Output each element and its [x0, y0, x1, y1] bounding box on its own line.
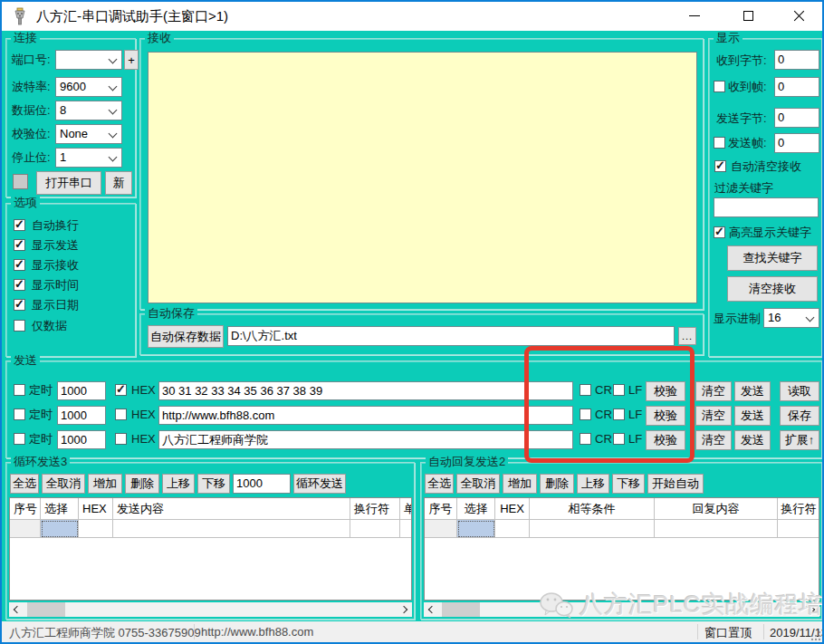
open-port-button[interactable]: 打开串口: [36, 171, 101, 195]
reply-select-all-button[interactable]: 全选: [425, 474, 454, 494]
send-button-2[interactable]: 发送: [734, 406, 771, 426]
baud-select[interactable]: 9600: [55, 77, 122, 97]
row-header-cell[interactable]: [425, 520, 457, 538]
timer-checkbox-1[interactable]: [14, 384, 25, 396]
send-button-3[interactable]: 发送: [734, 430, 771, 450]
column-header-hex[interactable]: HEX: [79, 498, 113, 520]
scroll-right-arrow-icon[interactable]: [398, 602, 412, 617]
single-cell[interactable]: [400, 520, 412, 538]
loop-move-up-button[interactable]: 上移: [162, 474, 195, 494]
autowrap-checkbox[interactable]: [14, 219, 25, 231]
clear-button-3[interactable]: 清空: [695, 430, 732, 450]
column-header-condition[interactable]: 相等条件: [530, 498, 655, 520]
column-header-select[interactable]: 选择: [41, 498, 79, 520]
close-button[interactable]: [772, 2, 824, 30]
content-cell[interactable]: [113, 520, 350, 538]
send-content-input-2[interactable]: http://www.bfh88.com: [158, 406, 573, 425]
selected-cell[interactable]: [41, 520, 79, 538]
scrollbar-thumb[interactable]: [27, 602, 65, 617]
stopbits-select[interactable]: 1: [55, 148, 122, 168]
column-header-reply[interactable]: 回复内容: [655, 498, 778, 520]
show-send-checkbox[interactable]: [14, 239, 25, 251]
loop-delete-button[interactable]: 删除: [125, 474, 159, 494]
send-button-1[interactable]: 发送: [734, 381, 771, 401]
autosave-path-input[interactable]: D:\八方汇.txt: [227, 326, 675, 346]
reply-move-up-button[interactable]: 上移: [577, 474, 609, 494]
reply-deselect-all-button[interactable]: 全取消: [456, 474, 500, 494]
port-select[interactable]: [55, 50, 122, 70]
loop-interval-input[interactable]: 1000: [233, 474, 291, 494]
interval-input-2[interactable]: 1000: [57, 406, 106, 425]
clear-button-2[interactable]: 清空: [695, 406, 732, 426]
radix-select[interactable]: 16: [763, 308, 819, 328]
linebreak-cell[interactable]: [350, 520, 400, 538]
clear-button-1[interactable]: 清空: [695, 381, 732, 401]
loop-add-button[interactable]: 增加: [88, 474, 122, 494]
chevron-down-icon: [109, 153, 118, 162]
hex-checkbox-2[interactable]: [115, 409, 127, 420]
databits-select[interactable]: 8: [55, 101, 122, 120]
loop-deselect-all-button[interactable]: 全取消: [42, 474, 85, 494]
scroll-left-arrow-icon[interactable]: [9, 602, 24, 617]
read-button[interactable]: 读取: [780, 381, 819, 401]
tx-frames-checkbox[interactable]: [714, 137, 725, 149]
minimize-button[interactable]: [668, 2, 721, 30]
add-port-button[interactable]: +: [124, 50, 139, 70]
reply-delete-button[interactable]: 删除: [540, 474, 574, 494]
column-header-index[interactable]: 序号: [10, 498, 41, 520]
linebreak-cell[interactable]: [778, 520, 819, 538]
hex-checkbox-3[interactable]: [115, 433, 127, 445]
selected-cell[interactable]: [457, 520, 495, 538]
hex-checkbox-1[interactable]: [115, 384, 127, 396]
row-header-cell[interactable]: [10, 520, 41, 538]
loop-select-all-button[interactable]: 全选: [10, 474, 39, 494]
expand-button[interactable]: 扩展↑: [780, 430, 819, 450]
column-header-content[interactable]: 发送内容: [113, 498, 350, 520]
interval-input-1[interactable]: 1000: [57, 381, 106, 400]
new-window-button[interactable]: 新: [105, 171, 132, 195]
condition-cell[interactable]: [530, 520, 655, 538]
hex-cell[interactable]: [79, 520, 113, 538]
column-header-index[interactable]: 序号: [425, 498, 457, 520]
maximize-button[interactable]: [722, 2, 774, 30]
scrollbar-thumb[interactable]: [442, 602, 480, 617]
timer-checkbox-3[interactable]: [14, 433, 25, 445]
send-content-input-3[interactable]: 八方汇工程师商学院: [158, 430, 573, 449]
parity-select[interactable]: None: [55, 124, 122, 144]
column-header-linebreak[interactable]: 换行符: [350, 498, 400, 520]
status-url[interactable]: http://www.bfh88.com: [201, 625, 313, 639]
pin-window-toggle[interactable]: 窗口置顶: [704, 625, 752, 641]
start-auto-button[interactable]: 开始自动: [647, 474, 704, 494]
receive-textarea[interactable]: [148, 52, 697, 303]
autosave-data-button[interactable]: 自动保存数据: [148, 325, 224, 348]
loop-move-down-button[interactable]: 下移: [197, 474, 230, 494]
browse-button[interactable]: ...: [678, 327, 696, 345]
loop-table-hscrollbar[interactable]: [9, 602, 412, 617]
column-header-select[interactable]: 选择: [457, 498, 495, 520]
hex-cell[interactable]: [495, 520, 530, 538]
reply-move-down-button[interactable]: 下移: [612, 474, 645, 494]
loop-send-button[interactable]: 循环发送: [293, 474, 346, 494]
reply-cell[interactable]: [655, 520, 778, 538]
column-header-linebreak[interactable]: 换行符: [778, 498, 819, 520]
column-header-single[interactable]: 单: [400, 498, 412, 520]
save-button[interactable]: 保存: [780, 406, 819, 426]
auto-clear-checkbox[interactable]: [714, 160, 726, 172]
data-only-checkbox[interactable]: [14, 320, 25, 332]
reply-add-button[interactable]: 增加: [503, 474, 537, 494]
show-time-checkbox[interactable]: [14, 279, 25, 291]
highlight-checkbox[interactable]: [714, 226, 725, 238]
timer-checkbox-2[interactable]: [14, 409, 25, 420]
filter-keyword-input[interactable]: [714, 197, 819, 217]
interval-input-3[interactable]: 1000: [57, 430, 106, 449]
show-receive-checkbox[interactable]: [14, 259, 25, 271]
minimize-icon: [689, 15, 700, 16]
show-date-checkbox[interactable]: [14, 299, 25, 311]
column-header-hex[interactable]: HEX: [495, 498, 530, 520]
clear-receive-button[interactable]: 清空接收: [727, 276, 818, 302]
scroll-left-arrow-icon[interactable]: [424, 602, 438, 617]
rx-frames-checkbox[interactable]: [714, 81, 725, 92]
send-content-input-1[interactable]: 30 31 32 33 34 35 36 37 38 39: [158, 381, 573, 400]
resize-grip[interactable]: [810, 630, 821, 641]
find-keyword-button[interactable]: 查找关键字: [727, 245, 818, 271]
